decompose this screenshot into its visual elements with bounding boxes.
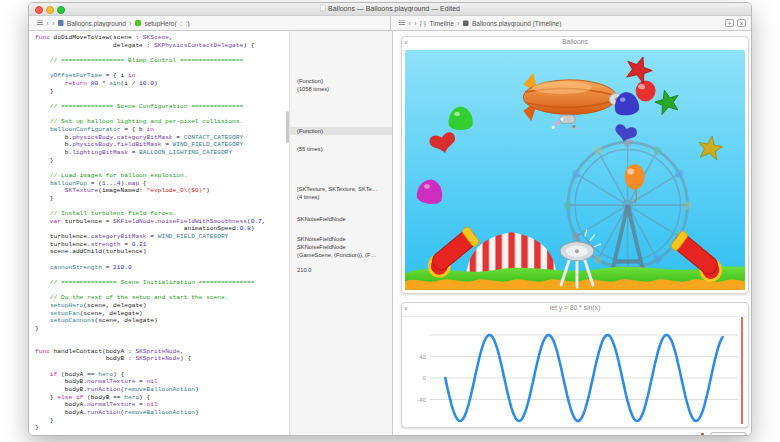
code-line: SKTexture(imageNamed: "explode_0\($0)"): [35, 187, 289, 195]
code-line: }: [35, 416, 289, 424]
code-line: setupCannons(scene, delegate): [35, 317, 289, 325]
graph-card: × let y = 80 * sin(x) 400-40: [401, 302, 749, 428]
code-line: turbulence.categoryBitMask = WIND_FIELD_…: [35, 233, 289, 241]
xcode-playground-window: Balloons — Balloons.playground — Edited …: [28, 2, 752, 436]
playground-file-icon: [58, 20, 64, 26]
result-item[interactable]: (1058 times): [290, 85, 392, 93]
game-scene-view[interactable]: [405, 50, 745, 290]
close-assistant-editor-button[interactable]: ×: [737, 19, 746, 27]
scrubber-thumb[interactable]: [701, 433, 704, 436]
code-line: // ================= Blimp Control =====…: [35, 57, 289, 65]
code-line: cannonStrength = 210.0: [35, 263, 289, 271]
y-axis-label: 0: [422, 374, 426, 381]
code-line: // Set up balloon lighting and per-pixel…: [35, 118, 289, 126]
code-text[interactable]: func doDidMoveToView(scene : SKScene, de…: [35, 34, 289, 432]
stepper-value[interactable]: 30: [721, 434, 728, 436]
window-title-area: Balloons — Balloons.playground — Edited: [29, 3, 751, 15]
stepper-increment-button[interactable]: +: [740, 435, 743, 437]
duration-stepper: − 30 sec +: [710, 432, 747, 436]
game-scene-graphic: [405, 50, 745, 290]
breadcrumb-symbol[interactable]: setupHero(_:_:): [144, 19, 189, 27]
code-line: [35, 363, 289, 371]
graph-card-header: × let y = 80 * sin(x): [402, 303, 748, 317]
code-editor[interactable]: func doDidMoveToView(scene : SKScene, de…: [29, 31, 289, 436]
y-axis-label: 40: [419, 353, 426, 360]
results-gutter: (Function)(1058 times)(Function)(55 time…: [289, 31, 392, 436]
scrubber: − 30 sec +: [393, 431, 751, 436]
code-line: }: [35, 88, 289, 96]
y-axis-label: -40: [417, 396, 426, 403]
result-item[interactable]: [SKTexture, SKTexture, SKTe…: [290, 185, 392, 193]
sine-plot: 400-40: [404, 316, 746, 425]
code-line: bodyA.normalTexture = nil: [35, 401, 289, 409]
live-view-card: × Balloons: [401, 36, 749, 294]
result-item[interactable]: SKNoiseFieldNode: [290, 215, 392, 223]
breadcrumb-separator-icon: ›: [457, 20, 459, 27]
code-line: [35, 110, 289, 118]
result-item[interactable]: (55 times): [290, 145, 392, 153]
code-line: // =============== Scene Initialization …: [35, 279, 289, 287]
code-line: [35, 95, 289, 103]
breadcrumb-counterpart[interactable]: Timeline: [429, 19, 453, 27]
code-line: [35, 202, 289, 210]
code-line: animationSpeed:0.8): [35, 225, 289, 233]
result-item[interactable]: SKNoiseFieldNode: [290, 235, 392, 243]
result-item[interactable]: (GameScene, (Function)), (F…: [290, 251, 392, 259]
stepper-decrement-button[interactable]: −: [714, 435, 717, 437]
graph-title: let y = 80 * sin(x): [402, 304, 748, 312]
code-line: }: [35, 424, 289, 432]
result-item[interactable]: (4 times): [290, 193, 392, 201]
result-item[interactable]: SKNoiseFieldNode: [290, 243, 392, 251]
code-line: delegate : SKPhysicsContactDelegate) {: [35, 42, 289, 50]
titlebar[interactable]: Balloons — Balloons.playground — Edited: [29, 3, 751, 16]
results-layer: (Function)(1058 times)(Function)(55 time…: [290, 31, 392, 436]
code-line: // Install turbulent field forces.: [35, 210, 289, 218]
code-line: balloonConfigurator = { b in: [35, 126, 289, 134]
code-line: b.lightingBitMask = BALLOON_LIGHTING_CAT…: [35, 149, 289, 157]
stepper-unit: sec: [728, 435, 735, 436]
code-line: bodyB.runAction(removeBalloonAction): [35, 386, 289, 394]
code-line: [35, 340, 289, 348]
balloon-red-round: [636, 80, 656, 101]
code-line: // ============== Scene Configuration ==…: [35, 103, 289, 111]
screenshot-canvas: Balloons — Balloons.playground — Edited …: [0, 0, 780, 442]
code-line: [35, 271, 289, 279]
assistant-jump-bar: ‹ › { } Timeline › Balloons.playground (…: [391, 16, 751, 30]
code-line: bodyB.normalTexture = nil: [35, 378, 289, 386]
code-line: // Load images for balloon explosion.: [35, 172, 289, 180]
document-proxy-icon[interactable]: [320, 5, 326, 12]
timeline-pane: × Balloons: [392, 31, 751, 436]
timeline-icon: { }: [420, 19, 426, 27]
code-line: [35, 164, 289, 172]
forward-icon[interactable]: ›: [414, 20, 416, 27]
related-items-icon[interactable]: [37, 21, 43, 26]
code-line: balloonPop = (1...4).map {: [35, 179, 289, 187]
code-line: setupFan(scene, delegate): [35, 309, 289, 317]
result-item[interactable]: (Function): [290, 77, 392, 85]
back-icon[interactable]: ‹: [47, 20, 49, 27]
code-line: [35, 332, 289, 340]
live-view-title: Balloons: [402, 38, 748, 46]
code-line: b.physicsBody.categoryBitMask = CONTACT_…: [35, 133, 289, 141]
code-line: }: [35, 156, 289, 164]
main-content: func doDidMoveToView(scene : SKScene, de…: [29, 31, 751, 436]
breadcrumb-timeline-file[interactable]: Balloons.playground (Timeline): [472, 19, 561, 27]
forward-icon[interactable]: ›: [52, 20, 54, 27]
breadcrumb-file[interactable]: Balloons.playground: [67, 19, 126, 27]
window-title: Balloons — Balloons.playground — Edited: [328, 4, 460, 12]
code-line: b.physicsBody.fieldBitMask = WIND_FIELD_…: [35, 141, 289, 149]
code-line: var turbulence = SKFieldNode.noiseFieldW…: [35, 218, 289, 226]
back-icon[interactable]: ‹: [409, 20, 411, 27]
result-item[interactable]: (Function): [290, 127, 392, 135]
related-items-icon[interactable]: [399, 21, 405, 26]
assistant-panel-buttons: + ×: [725, 19, 746, 27]
code-line: // Do the rest of the setup and start th…: [35, 294, 289, 302]
add-assistant-editor-button[interactable]: +: [725, 19, 734, 27]
code-line: }: [35, 195, 289, 203]
code-line: bodyA.runAction(removeBalloonAction): [35, 409, 289, 417]
code-line: yOffsetForTime = { i in: [35, 72, 289, 80]
breadcrumb-separator-icon: ›: [129, 20, 131, 27]
playground-timeline-file-icon: [463, 20, 469, 26]
code-line: }: [35, 325, 289, 333]
result-item[interactable]: 210.0: [290, 266, 392, 274]
